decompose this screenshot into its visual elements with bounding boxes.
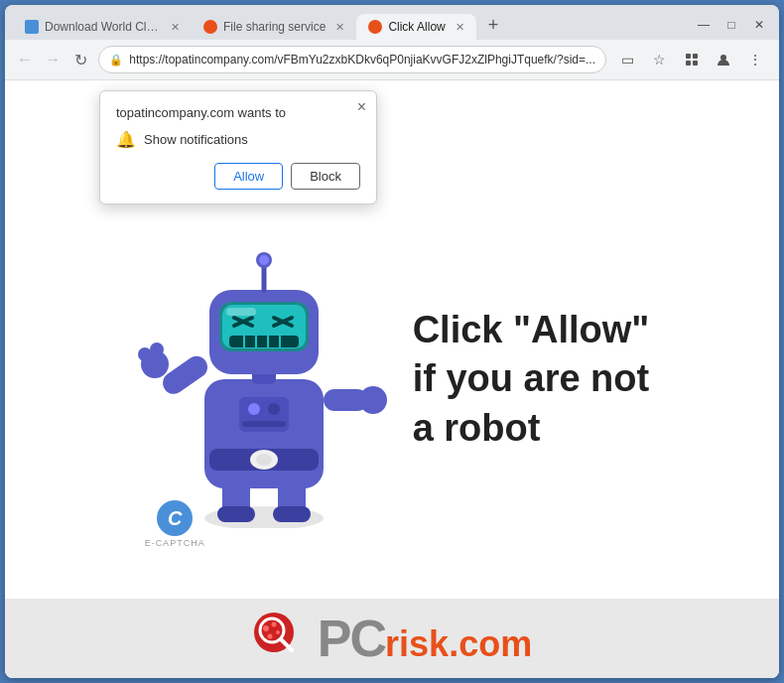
allow-button[interactable]: Allow [214,163,283,190]
forward-button[interactable]: → [43,46,63,73]
tab-file-sharing[interactable]: File sharing service ✕ [192,14,356,40]
popup-notification-row: 🔔 Show notifications [116,130,360,149]
popup-notification-text: Show notifications [144,132,248,147]
pcrisk-logo-icon [252,611,308,666]
svg-rect-0 [686,54,691,59]
main-text-line3: a robot [413,404,650,453]
cast-icon[interactable]: ▭ [614,46,642,73]
extensions-icon[interactable] [678,46,706,73]
tab3-close[interactable]: ✕ [456,21,464,34]
notification-popup: topatincompany.com wants to × 🔔 Show not… [99,90,377,205]
browser-window: Download World Clock ✕ File sharing serv… [5,5,779,678]
popup-title: topatincompany.com wants to [116,105,360,120]
svg-point-39 [268,403,280,415]
address-bar[interactable]: 🔒 https://topatincompany.com/vFBmYu2zxbK… [98,46,606,73]
svg-point-48 [267,634,272,639]
minimize-button[interactable]: — [692,16,716,34]
pcrisk-pc: PC [318,613,385,664]
tab3-label: Click Allow [388,20,445,34]
bookmark-icon[interactable]: ☆ [646,46,674,73]
pcrisk-footer: PC risk .com [5,599,779,678]
main-text-line1: Click "Allow" [413,306,650,354]
back-button[interactable]: ← [15,46,35,73]
tab2-close[interactable]: ✕ [335,21,344,34]
svg-rect-13 [273,506,311,522]
svg-rect-23 [229,336,299,347]
lock-icon: 🔒 [109,54,123,67]
svg-rect-1 [693,54,698,59]
tab1-close[interactable]: ✕ [171,21,180,34]
tab1-favicon [25,20,39,34]
svg-point-36 [359,386,387,414]
new-tab-button[interactable]: + [480,11,507,40]
captcha-logo: C E-CAPTCHA [145,500,205,548]
svg-point-45 [263,625,269,631]
pcrisk-risk: risk [385,626,449,662]
close-button[interactable]: ✕ [747,16,771,34]
tab2-favicon [203,20,217,34]
tab-download-world-clock[interactable]: Download World Clock ✕ [13,14,192,40]
popup-close-button[interactable]: × [357,99,366,115]
tab3-favicon [368,20,382,34]
svg-rect-12 [217,506,255,522]
address-text: https://topatincompany.com/vFBmYu2zxbKDk… [129,53,595,67]
robot-illustration [135,210,393,528]
bell-icon: 🔔 [116,130,136,149]
page-text-area: Click "Allow" if you are not a robot [413,306,650,453]
popup-buttons: Allow Block [116,163,360,190]
window-controls: — □ ✕ [692,16,771,40]
svg-rect-2 [686,61,691,66]
captcha-label: E-CAPTCHA [145,538,205,548]
svg-rect-6 [204,379,324,488]
svg-point-46 [271,622,276,627]
svg-point-9 [256,454,272,466]
tab2-label: File sharing service [223,20,326,34]
block-button[interactable]: Block [291,163,360,190]
svg-point-38 [248,403,260,415]
svg-point-33 [138,347,152,361]
robot-container: C E-CAPTCHA [135,210,393,548]
svg-point-34 [150,342,164,356]
tab1-label: Download World Clock [45,20,161,34]
nav-icons: ▭ ☆ ⋮ [614,46,769,73]
reload-button[interactable]: ↻ [70,46,90,73]
captcha-c-letter: C [157,500,193,536]
tab-click-allow[interactable]: Click Allow ✕ [356,14,475,40]
svg-point-47 [276,630,280,634]
title-bar: Download World Clock ✕ File sharing serv… [5,5,779,40]
profile-icon[interactable] [710,46,737,73]
navigation-bar: ← → ↻ 🔒 https://topatincompany.com/vFBmY… [5,40,779,80]
restore-button[interactable]: □ [719,16,743,34]
pcrisk-text-logo: PC risk .com [318,613,532,664]
svg-rect-18 [226,308,256,316]
svg-point-30 [259,255,269,265]
svg-rect-3 [693,61,698,66]
page-content: topatincompany.com wants to × 🔔 Show not… [5,80,779,678]
svg-rect-40 [242,421,286,427]
pcrisk-com: .com [449,626,532,662]
main-message: Click "Allow" if you are not a robot [413,306,650,453]
menu-icon[interactable]: ⋮ [741,46,769,73]
main-text-line2: if you are not [413,354,650,403]
